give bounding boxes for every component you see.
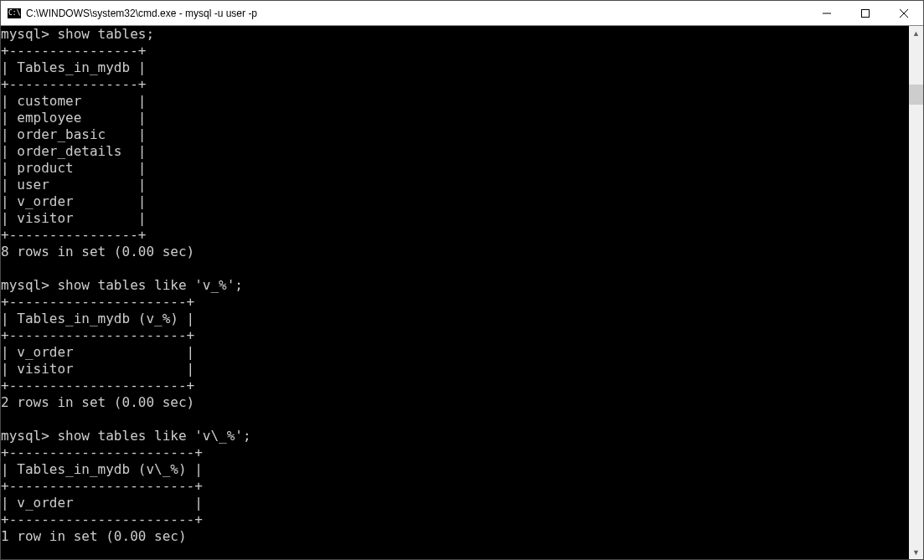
scroll-down-arrow[interactable]: ▼ [909,545,923,559]
maximize-button[interactable] [846,1,885,26]
scroll-thumb[interactable] [909,85,923,105]
vertical-scrollbar[interactable]: ▲ ▼ [909,26,923,559]
cmd-window: C:\WINDOWS\system32\cmd.exe - mysql -u u… [0,0,924,560]
scroll-up-arrow[interactable]: ▲ [909,26,923,40]
close-icon [900,9,908,18]
titlebar[interactable]: C:\WINDOWS\system32\cmd.exe - mysql -u u… [1,1,923,26]
minimize-icon [823,9,831,18]
window-title: C:\WINDOWS\system32\cmd.exe - mysql -u u… [26,8,257,19]
svg-rect-1 [862,9,870,17]
terminal-output[interactable]: mysql> show tables; +----------------+ |… [1,26,909,559]
window-body: mysql> show tables; +----------------+ |… [1,26,923,559]
close-button[interactable] [885,1,923,26]
cmd-icon [8,8,21,18]
minimize-button[interactable] [808,1,846,26]
maximize-icon [861,9,870,18]
